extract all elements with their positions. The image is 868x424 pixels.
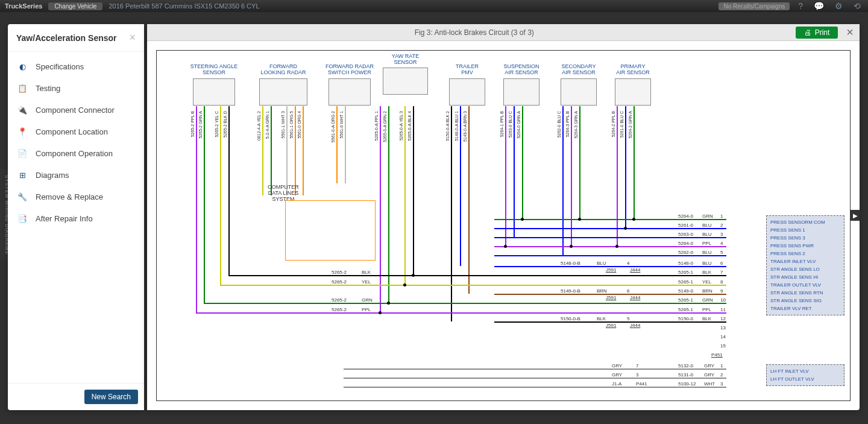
- wire-label: 5265-2 YEL C: [215, 111, 219, 138]
- sidebar-item-label: Testing: [36, 84, 60, 93]
- wire-color: GRY: [612, 363, 622, 369]
- wire: [336, 106, 338, 183]
- sidebar-item-component-location[interactable]: 📍Component Location: [8, 121, 144, 142]
- afterrepair-icon: 📑: [16, 212, 28, 224]
- wire-pin: 7: [636, 363, 638, 369]
- wire-color: BLU: [702, 232, 712, 237]
- wire-color: GRN: [702, 297, 713, 303]
- connector-row: PRESS SENS 1: [770, 226, 840, 234]
- wire-label: 5150-0-A BLK 2: [445, 111, 450, 141]
- wire-color: BLK: [597, 316, 606, 321]
- logout-icon[interactable]: ⟲: [851, 1, 863, 11]
- component-label: FORWARDLOOKING RADAR: [253, 64, 313, 76]
- close-icon[interactable]: ×: [129, 31, 136, 44]
- wire-pin: 12: [720, 316, 726, 321]
- wire: [344, 387, 726, 388]
- wire-label: 5265-1: [678, 270, 693, 275]
- sidebar-item-component-operation[interactable]: 📄Component Operation: [8, 142, 144, 164]
- diagram-icon: ⊞: [16, 169, 28, 181]
- wire-pin: 10: [720, 297, 726, 303]
- wire-color: GRY: [704, 363, 714, 369]
- junction-dot: [624, 227, 627, 230]
- new-search-button[interactable]: New Search: [84, 390, 138, 404]
- junction-dot: [403, 283, 406, 286]
- component-label: SUSPENSIONAIR SENSOR: [497, 64, 546, 76]
- wire-label: 5265-2: [332, 297, 347, 303]
- wire-pin: 7: [720, 270, 723, 275]
- wire-label: 5263-0: [678, 232, 693, 237]
- wire-label: 5264-3 PPL B: [565, 111, 570, 137]
- wire-color: BLU: [702, 250, 712, 255]
- component-label: SECONDARYAIR SENSOR: [555, 64, 603, 76]
- wire-label: 5148-0-A BLU 1: [454, 111, 459, 141]
- change-vehicle-button[interactable]: Change Vehicle: [48, 2, 102, 10]
- wire: [388, 106, 389, 303]
- wire-label: 5265-2: [332, 307, 347, 312]
- recall-badge[interactable]: No Recalls/Campaigns: [719, 2, 790, 10]
- wire-pin: 5: [627, 316, 629, 321]
- wire-color: BRN: [702, 288, 712, 294]
- wire: [196, 106, 197, 312]
- component-box: [561, 78, 597, 106]
- close-icon[interactable]: ×: [846, 25, 854, 39]
- wire-color: BLU: [597, 261, 606, 266]
- print-button[interactable]: 🖨 Print: [796, 27, 838, 39]
- wire-label: 5265-2: [332, 279, 347, 285]
- wire-pin: 3: [636, 372, 638, 378]
- component-box: [193, 78, 235, 106]
- connector-row: LH FT INLET VLV: [770, 367, 840, 375]
- wiring-diagram[interactable]: STEERING ANGLESENSORFORWARDLOOKING RADAR…: [156, 50, 851, 401]
- wire-color: BLK: [362, 270, 371, 275]
- wire: [460, 106, 461, 266]
- wire: [494, 303, 726, 304]
- wire: [617, 106, 618, 246]
- component-box: [449, 78, 485, 106]
- connector-icon: 🔌: [16, 104, 28, 116]
- junction-label: J591: [606, 267, 616, 273]
- wire-label: 5264-1 PPL B: [500, 111, 504, 137]
- sidebar-item-after-repair-info[interactable]: 📑After Repair Info: [8, 207, 144, 229]
- sidebar-item-label: After Repair Info: [36, 214, 93, 223]
- wire-label: 5148-0: [678, 261, 693, 266]
- circuit-group: [285, 200, 376, 261]
- next-arrow-icon[interactable]: ▶: [850, 210, 860, 221]
- junction-dot: [632, 218, 635, 221]
- sidebar-item-testing[interactable]: 📋Testing: [8, 77, 144, 99]
- wire-label: 5265-2 BLK D: [223, 111, 227, 138]
- help-icon[interactable]: ?: [796, 1, 805, 11]
- wire-color: BLK: [702, 316, 711, 321]
- wire-label: 5265-2 GRN A: [198, 111, 203, 139]
- wire: [494, 285, 726, 286]
- connector-row: STR ANGLE SENS LO: [770, 265, 840, 273]
- wire-label: 5561-0 WHT 1: [339, 111, 344, 138]
- junction-label: J591: [606, 323, 616, 328]
- wire-pin: 9: [720, 288, 723, 294]
- wire-pin: 4: [720, 241, 723, 246]
- wire-pin: 11: [720, 307, 726, 312]
- wire-label: 5265-1: [678, 297, 693, 303]
- sidebar: Yaw/Acceleration Sensor × ◐Specification…: [8, 24, 144, 410]
- connector-row: STR ANGLE SENS HI: [770, 273, 840, 281]
- settings-icon[interactable]: ⚙: [832, 1, 845, 11]
- chat-icon[interactable]: 💬: [811, 1, 826, 11]
- wire: [634, 106, 635, 219]
- sidebar-title: Yaw/Acceleration Sensor: [16, 33, 117, 43]
- wire: [494, 275, 726, 276]
- sidebar-item-component-connector[interactable]: 🔌Component Connector: [8, 99, 144, 121]
- connector-row: LH FT OUTLET VLV: [770, 375, 840, 383]
- component-box: [615, 78, 651, 106]
- replace-icon: 🔧: [16, 191, 28, 203]
- wire: [271, 106, 272, 195]
- wire-color: PPL: [362, 307, 371, 312]
- wire-pin: 5: [720, 250, 723, 255]
- wire-color: BLU: [702, 261, 712, 266]
- sidebar-item-remove-replace[interactable]: 🔧Remove & Replace: [8, 186, 144, 207]
- wire-label: 5149-0: [678, 288, 693, 294]
- wire-label: 5265-0-A BLK 4: [407, 111, 412, 141]
- junction-dot: [387, 302, 390, 305]
- wire: [451, 106, 452, 321]
- connector-row: TRAILER INLET VLV: [770, 258, 840, 265]
- sidebar-item-diagrams[interactable]: ⊞Diagrams: [8, 164, 144, 186]
- sidebar-item-specifications[interactable]: ◐Specifications: [8, 55, 144, 77]
- wire-color: GRN: [362, 297, 373, 303]
